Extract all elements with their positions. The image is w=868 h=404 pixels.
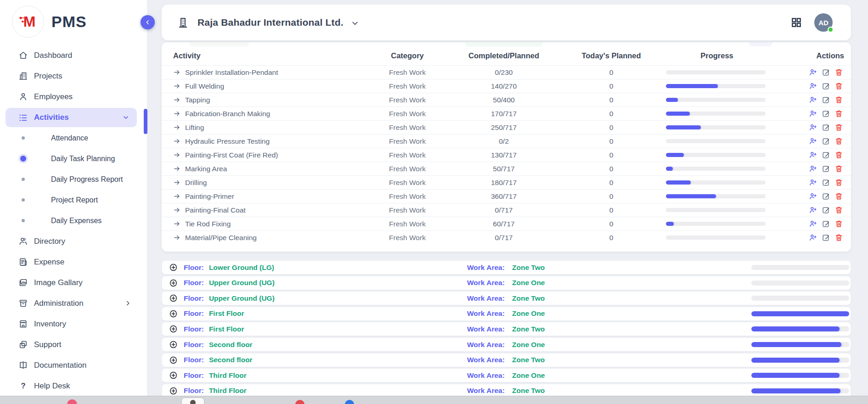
completed-planned-cell: 50/400 xyxy=(451,96,557,104)
category-cell: Fresh Work xyxy=(364,151,451,159)
column-header-category: Category xyxy=(364,51,451,60)
floor-row: Floor:First FloorWork Area:Zone Two xyxy=(162,322,851,336)
sidebar-collapse-button[interactable] xyxy=(141,15,155,29)
sidebar-item-support[interactable]: Support xyxy=(0,334,147,355)
trash-icon[interactable] xyxy=(834,219,843,228)
trash-icon[interactable] xyxy=(834,151,843,159)
floor-row: Floor:Second floorWork Area:Zone Two xyxy=(162,353,851,367)
trash-icon[interactable] xyxy=(834,68,843,77)
floor-progress-track xyxy=(751,388,849,393)
sidebar-item-administration[interactable]: Administration xyxy=(0,293,147,314)
category-cell: Fresh Work xyxy=(364,206,451,214)
edit-icon[interactable] xyxy=(822,192,830,201)
sidebar-item-inventory[interactable]: Inventory xyxy=(0,314,147,334)
sidebar-item-image-gallary[interactable]: Image Gallary xyxy=(0,272,147,293)
trash-icon[interactable] xyxy=(834,233,843,242)
add-user-icon[interactable] xyxy=(809,95,817,104)
sidebar-item-documentation[interactable]: Documentation xyxy=(0,355,147,376)
sidebar-item-projects[interactable]: Projects xyxy=(0,66,147,86)
plus-circle-icon[interactable] xyxy=(169,356,178,365)
category-cell: Fresh Work xyxy=(364,220,451,228)
add-user-icon[interactable] xyxy=(809,178,817,187)
edit-icon[interactable] xyxy=(822,151,830,159)
plus-circle-icon[interactable] xyxy=(169,340,178,349)
apps-grid-icon[interactable] xyxy=(790,17,802,28)
sidebar-item-activities[interactable]: Activities xyxy=(6,108,137,127)
todays-planned-cell: 0 xyxy=(557,123,666,132)
company-dropdown-chevron-icon[interactable] xyxy=(351,19,359,28)
add-user-icon[interactable] xyxy=(809,192,817,201)
actions-cell xyxy=(768,206,844,214)
trash-icon[interactable] xyxy=(834,206,843,214)
plus-circle-icon[interactable] xyxy=(169,387,178,395)
edit-icon[interactable] xyxy=(822,219,830,228)
edit-icon[interactable] xyxy=(822,233,830,242)
edit-icon[interactable] xyxy=(822,178,830,187)
arrow-right-icon xyxy=(173,192,181,200)
floor-progress-fill xyxy=(751,326,840,331)
activity-name: Painting-Final Coat xyxy=(185,206,246,214)
trash-icon[interactable] xyxy=(834,192,843,201)
user-avatar[interactable]: AD xyxy=(814,13,833,32)
trash-icon[interactable] xyxy=(834,82,843,90)
trash-icon[interactable] xyxy=(834,95,843,104)
edit-icon[interactable] xyxy=(822,137,830,146)
category-cell: Fresh Work xyxy=(364,110,451,118)
activity-row: Sprinkler Installation-PendantFresh Work… xyxy=(162,65,851,79)
trash-icon[interactable] xyxy=(834,123,843,132)
add-user-icon[interactable] xyxy=(809,137,817,146)
trash-icon[interactable] xyxy=(834,164,843,173)
add-user-icon[interactable] xyxy=(809,123,817,132)
plus-circle-icon[interactable] xyxy=(169,371,178,380)
edit-icon[interactable] xyxy=(822,109,830,118)
plus-circle-icon[interactable] xyxy=(169,325,178,333)
sidebar-subitem-daily-expenses[interactable]: Daily Expenses xyxy=(0,210,147,231)
sidebar-item-dashboard[interactable]: Dashboard xyxy=(0,45,147,66)
clipped-filter-chip xyxy=(465,42,543,46)
floor-progress-track xyxy=(751,296,849,301)
floor-progress-track xyxy=(751,342,849,347)
sidebar-item-help-desk[interactable]: ?Help Desk xyxy=(0,376,147,396)
sidebar-scrollbar-thumb[interactable] xyxy=(144,109,147,134)
add-user-icon[interactable] xyxy=(809,219,817,228)
add-user-icon[interactable] xyxy=(809,206,817,214)
plus-circle-icon[interactable] xyxy=(169,309,178,318)
sidebar-item-directory[interactable]: Directory xyxy=(0,231,147,252)
column-header-today-s-planned: Today's Planned xyxy=(557,51,666,60)
activity-row: Painting-PrimerFresh Work360/7170 xyxy=(162,189,851,203)
edit-icon[interactable] xyxy=(822,123,830,132)
edit-icon[interactable] xyxy=(822,82,830,90)
plus-circle-icon[interactable] xyxy=(169,263,178,272)
trash-icon[interactable] xyxy=(834,137,843,146)
sidebar-subitem-attendance[interactable]: Attendance xyxy=(0,128,147,148)
edit-icon[interactable] xyxy=(822,95,830,104)
floor-row: Floor:Second floorWork Area:Zone One xyxy=(162,337,851,352)
sidebar-subitem-project-report[interactable]: Project Report xyxy=(0,190,147,210)
edit-icon[interactable] xyxy=(822,68,830,77)
actions-cell xyxy=(768,192,844,201)
sidebar-subitem-daily-progress-report[interactable]: Daily Progress Report xyxy=(0,169,147,190)
floor-value: Second floor xyxy=(209,341,253,349)
add-user-icon[interactable] xyxy=(809,233,817,242)
plus-circle-icon[interactable] xyxy=(169,294,178,303)
add-user-icon[interactable] xyxy=(809,151,817,159)
plus-circle-icon[interactable] xyxy=(169,279,178,287)
work-area-value: Zone One xyxy=(512,309,545,318)
add-user-icon[interactable] xyxy=(809,109,817,118)
completed-planned-cell: 170/717 xyxy=(451,110,557,118)
completed-planned-cell: 0/2 xyxy=(451,137,557,146)
progress-bar-track xyxy=(666,194,766,198)
edit-icon[interactable] xyxy=(822,164,830,173)
activity-row: Tie Rod FixingFresh Work60/7170 xyxy=(162,217,851,230)
sidebar-item-employees[interactable]: Employees xyxy=(0,86,147,107)
add-user-icon[interactable] xyxy=(809,82,817,90)
progress-cell xyxy=(666,70,768,74)
add-user-icon[interactable] xyxy=(809,68,817,77)
sidebar-subitem-daily-task-planning[interactable]: Daily Task Planning xyxy=(0,148,147,169)
trash-icon[interactable] xyxy=(834,109,843,118)
sidebar-item-expense[interactable]: Expense xyxy=(0,252,147,272)
floor-progress-fill xyxy=(751,358,840,363)
edit-icon[interactable] xyxy=(822,206,830,214)
trash-icon[interactable] xyxy=(834,178,843,187)
add-user-icon[interactable] xyxy=(809,164,817,173)
